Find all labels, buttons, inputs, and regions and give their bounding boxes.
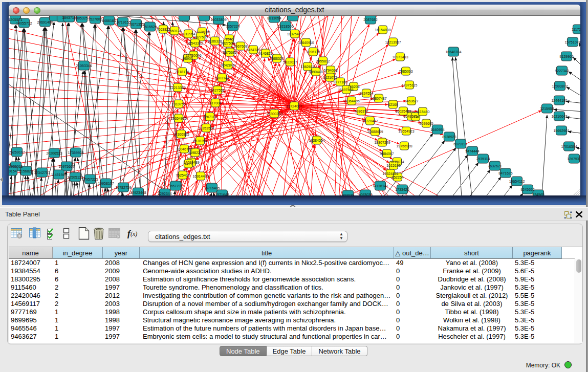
svg-text:8813054: 8813054 (267, 16, 281, 20)
svg-text:1733426: 1733426 (395, 188, 409, 191)
svg-text:1117255: 1117255 (572, 28, 580, 31)
svg-text:15751074: 15751074 (564, 40, 580, 44)
svg-text:3675685: 3675685 (223, 51, 236, 54)
svg-text:12505135: 12505135 (67, 176, 83, 179)
svg-text:6466160: 6466160 (102, 19, 116, 23)
svg-text:8471626: 8471626 (498, 171, 512, 175)
svg-text:12342757: 12342757 (34, 171, 50, 174)
svg-text:7955812: 7955812 (316, 59, 330, 63)
svg-text:7986372: 7986372 (354, 110, 368, 113)
svg-text:13226055: 13226055 (194, 30, 210, 34)
svg-text:1292344: 1292344 (158, 192, 171, 195)
svg-text:8186328: 8186328 (208, 39, 222, 43)
svg-text:1093030: 1093030 (358, 193, 372, 196)
svg-text:9657791: 9657791 (168, 184, 182, 188)
svg-text:1215958: 1215958 (540, 107, 554, 111)
svg-text:16210643: 16210643 (551, 115, 567, 118)
svg-text:1640954: 1640954 (430, 128, 444, 132)
svg-text:1362615: 1362615 (300, 65, 314, 69)
svg-text:7588520: 7588520 (270, 57, 284, 60)
svg-text:8454749: 8454749 (246, 48, 260, 52)
svg-text:1477: 1477 (184, 162, 192, 166)
svg-text:5322037: 5322037 (283, 60, 297, 64)
svg-text:9884067: 9884067 (380, 152, 394, 156)
svg-text:252254: 252254 (391, 176, 403, 179)
svg-text:16782759: 16782759 (115, 186, 131, 189)
svg-text:1612074: 1612074 (390, 160, 404, 164)
svg-text:10046786: 10046786 (176, 147, 192, 151)
svg-text:1571648: 1571648 (215, 193, 229, 196)
svg-text:9777169: 9777169 (333, 80, 347, 84)
svg-text:10973493: 10973493 (392, 55, 408, 59)
svg-text:17359928: 17359928 (68, 151, 83, 155)
svg-text:1205571: 1205571 (9, 18, 23, 21)
svg-text:10958107: 10958107 (98, 182, 114, 185)
svg-text:6497568: 6497568 (339, 88, 353, 92)
svg-text:9327508: 9327508 (221, 41, 234, 45)
svg-text:9115460: 9115460 (416, 110, 430, 114)
svg-text:17975115: 17975115 (402, 83, 418, 87)
svg-text:16543382: 16543382 (187, 41, 203, 45)
svg-text:19756928: 19756928 (396, 144, 412, 148)
svg-text:26269107: 26269107 (9, 150, 25, 154)
svg-text:9463627: 9463627 (404, 99, 418, 103)
svg-text:62160: 62160 (388, 103, 398, 106)
svg-text:9227342: 9227342 (555, 69, 569, 73)
svg-text:12923448: 12923448 (130, 191, 146, 194)
svg-text:9327505: 9327505 (193, 35, 207, 39)
svg-text:7357224: 7357224 (226, 25, 239, 28)
svg-text:1621072: 1621072 (323, 76, 337, 79)
svg-text:17957225: 17957225 (82, 178, 98, 181)
svg-text:16914479: 16914479 (192, 174, 208, 178)
svg-text:2718176: 2718176 (175, 70, 189, 74)
svg-text:16671355: 16671355 (128, 23, 144, 26)
svg-text:1935061: 1935061 (9, 165, 23, 168)
svg-text:1267533: 1267533 (567, 157, 580, 161)
svg-text:10975667: 10975667 (58, 165, 74, 168)
svg-text:903030: 903030 (342, 193, 354, 196)
svg-text:417004: 417004 (209, 101, 221, 105)
svg-text:98901: 98901 (183, 57, 193, 60)
svg-text:15720407: 15720407 (362, 119, 378, 123)
svg-text:2935114: 2935114 (476, 157, 490, 161)
svg-text:21053346: 21053346 (76, 64, 92, 68)
svg-text:8938923: 8938923 (442, 135, 456, 139)
svg-text:8990448: 8990448 (309, 70, 322, 74)
svg-text:3824554: 3824554 (359, 92, 373, 95)
svg-text:9242848: 9242848 (221, 63, 234, 67)
svg-text:9245652: 9245652 (520, 188, 534, 191)
svg-text:10025488: 10025488 (395, 110, 411, 113)
svg-text:21364436: 21364436 (343, 99, 359, 103)
svg-text:10688609: 10688609 (367, 130, 383, 134)
svg-text:12213967: 12213967 (385, 40, 401, 44)
svg-text:9699695: 9699695 (419, 122, 433, 125)
svg-text:19654923: 19654923 (398, 129, 414, 133)
svg-text:16154808: 16154808 (375, 28, 390, 32)
svg-text:7515526: 7515526 (143, 25, 157, 29)
svg-text:15716485: 15716485 (204, 186, 220, 190)
svg-text:20691406: 20691406 (37, 20, 53, 24)
svg-text:1615192: 1615192 (386, 164, 400, 167)
svg-text:20206533: 20206533 (46, 151, 62, 155)
svg-text:9660124: 9660124 (167, 29, 181, 33)
svg-text:25300263: 25300263 (266, 112, 282, 116)
svg-text:14136141: 14136141 (372, 184, 388, 188)
svg-text:16033809: 16033809 (210, 18, 226, 21)
svg-text:1156829: 1156829 (19, 169, 33, 173)
svg-text:18640910: 18640910 (298, 41, 314, 45)
svg-text:15692901: 15692901 (553, 129, 569, 133)
svg-text:1010755: 1010755 (171, 102, 185, 106)
svg-text:16648784: 16648784 (445, 50, 461, 54)
svg-text:11325419: 11325419 (287, 32, 303, 36)
svg-text:18807249: 18807249 (374, 141, 390, 144)
svg-text:9474444: 9474444 (465, 149, 479, 153)
svg-text:9146821: 9146821 (258, 52, 272, 55)
svg-text:11451947: 11451947 (51, 173, 67, 177)
svg-text:904: 904 (412, 115, 419, 119)
svg-text:18724007: 18724007 (286, 104, 302, 108)
svg-text:7485063: 7485063 (399, 70, 412, 73)
svg-text:19654925: 19654925 (170, 117, 186, 120)
svg-text:17016504: 17016504 (561, 145, 577, 148)
svg-text:2087682: 2087682 (363, 18, 377, 21)
svg-text:3498222: 3498222 (188, 151, 202, 155)
